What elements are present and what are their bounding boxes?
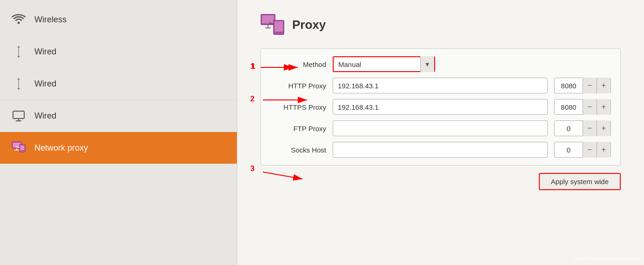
svg-rect-19 <box>275 21 283 32</box>
socks-host-row: Socks Host − + <box>270 142 611 158</box>
proxy-header-icon <box>261 14 285 35</box>
https-port-group: − + <box>554 99 611 115</box>
proxy-title: Proxy <box>292 18 326 32</box>
ftp-proxy-input[interactable] <box>333 120 548 136</box>
http-port-decrement[interactable]: − <box>583 78 597 93</box>
sidebar-item-wireless[interactable]: Wireless <box>0 4 237 36</box>
socks-port-input[interactable] <box>555 146 583 154</box>
http-proxy-input[interactable] <box>333 78 548 93</box>
sidebar: Wireless ↑ ↓ Wired ↑ ↓ Wired <box>0 0 237 265</box>
method-select[interactable]: Manual ▼ <box>333 56 435 72</box>
svg-rect-5 <box>13 111 24 119</box>
sidebar-item-network-proxy-label: Network proxy <box>34 143 88 153</box>
ftp-port-decrement[interactable]: − <box>583 120 597 136</box>
socks-port-decrement[interactable]: − <box>583 142 597 158</box>
https-port-input[interactable] <box>555 103 583 111</box>
sidebar-item-wired-3-label: Wired <box>34 111 56 121</box>
http-proxy-label: HTTP Proxy <box>270 82 326 90</box>
socks-port-increment[interactable]: + <box>597 142 610 158</box>
method-dropdown-arrow[interactable]: ▼ <box>420 56 434 72</box>
wifi-icon <box>11 12 26 27</box>
http-proxy-row: HTTP Proxy − + <box>270 78 611 93</box>
ftp-port-increment[interactable]: + <box>597 120 610 136</box>
socks-host-input[interactable] <box>333 142 548 158</box>
svg-point-0 <box>18 22 20 24</box>
monitor-icon <box>11 108 26 123</box>
main-panel: Proxy Method Manual ▼ HTTP Proxy − + <box>237 0 644 265</box>
ftp-port-group: − + <box>554 120 611 136</box>
https-proxy-label: HTTPS Proxy <box>270 103 326 111</box>
http-port-increment[interactable]: + <box>597 78 610 93</box>
svg-text:1: 1 <box>251 62 255 70</box>
sidebar-item-wired-1-label: Wired <box>34 47 56 57</box>
proxy-header: Proxy <box>261 14 621 35</box>
socks-host-label: Socks Host <box>270 146 326 154</box>
sidebar-item-wired-3[interactable]: Wired <box>0 100 237 132</box>
svg-text:1: 1 <box>250 62 255 70</box>
svg-text:↓: ↓ <box>16 80 21 90</box>
method-value: Manual <box>334 60 420 68</box>
method-row: Method Manual ▼ <box>270 56 611 72</box>
sidebar-item-wired-2-label: Wired <box>34 79 56 89</box>
sidebar-item-wired-2[interactable]: ↑ ↓ Wired <box>0 68 237 100</box>
http-port-group: − + <box>554 78 611 93</box>
http-port-input[interactable] <box>555 82 583 90</box>
https-port-increment[interactable]: + <box>597 99 610 115</box>
apply-system-wide-button[interactable]: Apply system wide <box>539 173 621 190</box>
method-label: Method <box>270 60 326 68</box>
svg-text:2: 2 <box>250 95 255 103</box>
apply-row: Apply system wide <box>261 173 621 190</box>
sidebar-item-wired-1[interactable]: ↑ ↓ Wired <box>0 36 237 68</box>
proxy-monitor-icon <box>11 140 26 155</box>
https-proxy-row: HTTPS Proxy − + <box>270 99 611 115</box>
ftp-proxy-label: FTP Proxy <box>270 125 326 132</box>
app-container: Wireless ↑ ↓ Wired ↑ ↓ Wired <box>0 0 644 265</box>
ftp-proxy-row: FTP Proxy − + <box>270 120 611 136</box>
sidebar-item-wireless-label: Wireless <box>34 15 67 25</box>
svg-rect-13 <box>20 146 24 150</box>
sidebar-item-network-proxy[interactable]: Network proxy <box>0 132 237 164</box>
svg-text:↓: ↓ <box>16 48 21 58</box>
socks-port-group: − + <box>554 142 611 158</box>
ftp-port-input[interactable] <box>555 125 583 132</box>
proxy-form: Method Manual ▼ HTTP Proxy − + HTTPS Pro… <box>261 48 621 166</box>
https-port-decrement[interactable]: − <box>583 99 597 115</box>
svg-rect-15 <box>262 15 274 23</box>
svg-text:3: 3 <box>250 165 255 172</box>
wired-icon-1: ↑ ↓ <box>11 44 26 59</box>
https-proxy-input[interactable] <box>333 99 548 115</box>
wired-icon-2: ↑ ↓ <box>11 76 26 91</box>
